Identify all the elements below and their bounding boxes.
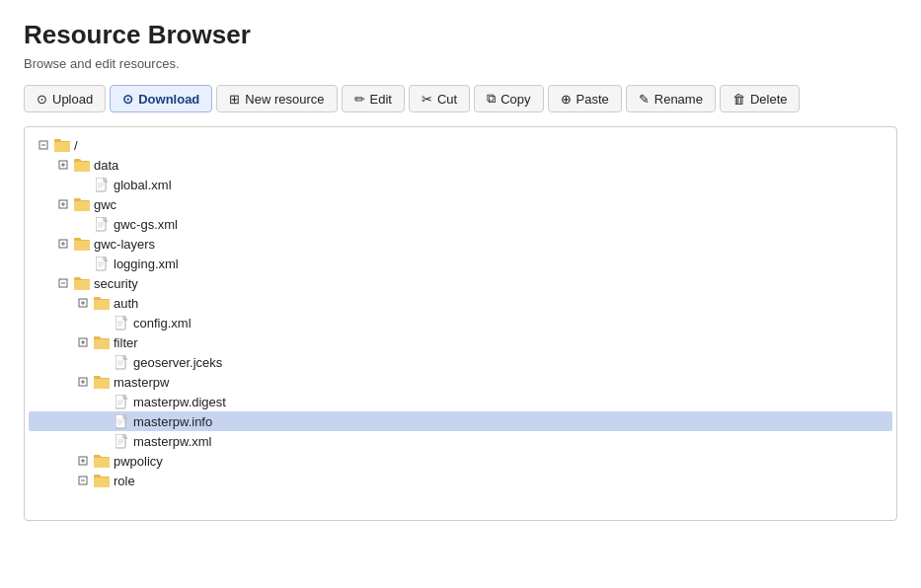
tree-item-masterpw.info[interactable]: masterpw.info — [29, 411, 892, 431]
file-icon — [114, 315, 129, 331]
tree-item-global.xml[interactable]: global.xml — [29, 175, 892, 194]
upload-button[interactable]: ⊙Upload — [24, 85, 106, 112]
folder-icon — [94, 334, 110, 350]
copy-button[interactable]: ⧉Copy — [474, 85, 543, 112]
tree-label-config.xml: config.xml — [133, 316, 192, 331]
cut-label: Cut — [437, 92, 457, 107]
download-label: Download — [138, 92, 199, 107]
tree-toggle-masterpw.xml — [96, 434, 110, 448]
tree-label-masterpw.info: masterpw.info — [133, 414, 212, 429]
folder-icon — [74, 196, 90, 212]
new-resource-label: New resource — [245, 92, 324, 107]
tree-item-gwc-layers[interactable]: gwc-layers — [29, 234, 892, 254]
tree-label-gwc-layers: gwc-layers — [94, 237, 155, 252]
tree-toggle-masterpw[interactable] — [76, 375, 90, 389]
tree-item-security[interactable]: security — [29, 273, 892, 293]
tree-item-data[interactable]: data — [29, 155, 892, 175]
tree-toggle-geoserver.jceks — [96, 355, 110, 369]
folder-icon — [94, 473, 110, 488]
tree-label-masterpw.digest: masterpw.digest — [133, 395, 226, 409]
tree-label-masterpw.xml: masterpw.xml — [133, 434, 211, 449]
tree-item-gwc[interactable]: gwc — [29, 194, 892, 214]
tree-toggle-masterpw.info — [96, 414, 110, 428]
tree-label-security: security — [94, 276, 138, 291]
file-icon — [114, 413, 129, 429]
tree-toggle-gwc[interactable] — [56, 197, 70, 211]
file-icon — [114, 354, 129, 370]
tree-label-gwc-gs.xml: gwc-gs.xml — [114, 217, 178, 232]
tree-toggle-filter[interactable] — [76, 335, 90, 349]
tree-toggle-gwc-gs.xml — [76, 217, 90, 231]
tree-item-pwpolicy[interactable]: pwpolicy — [29, 451, 892, 471]
folder-icon — [54, 137, 70, 153]
edit-label: Edit — [370, 92, 392, 107]
tree-item-auth[interactable]: auth — [29, 293, 892, 313]
rename-button[interactable]: ✎Rename — [626, 85, 716, 112]
tree-label-geoserver.jceks: geoserver.jceks — [133, 355, 222, 370]
tree-toggle-config.xml — [96, 316, 110, 330]
tree-label-logging.xml: logging.xml — [114, 257, 179, 271]
tree-item-masterpw.digest[interactable]: masterpw.digest — [29, 392, 892, 411]
tree-label-masterpw: masterpw — [114, 375, 169, 390]
tree-item-logging.xml[interactable]: logging.xml — [29, 254, 892, 273]
folder-icon — [94, 453, 110, 469]
cut-icon: ✂ — [422, 92, 432, 107]
delete-button[interactable]: 🗑Delete — [720, 85, 801, 112]
edit-button[interactable]: ✏Edit — [342, 85, 405, 112]
tree-label-root: / — [74, 138, 78, 153]
tree-toggle-root[interactable] — [37, 138, 50, 152]
upload-icon: ⊙ — [37, 92, 47, 107]
paste-label: Paste — [576, 92, 609, 107]
rename-label: Rename — [654, 92, 703, 107]
file-icon — [94, 256, 110, 271]
tree-item-masterpw.xml[interactable]: masterpw.xml — [29, 431, 892, 451]
tree-toggle-gwc-layers[interactable] — [56, 237, 70, 251]
tree-item-role[interactable]: role — [29, 471, 892, 490]
tree-toggle-pwpolicy[interactable] — [76, 454, 90, 468]
tree-item-masterpw[interactable]: masterpw — [29, 372, 892, 392]
tree-label-pwpolicy: pwpolicy — [114, 454, 163, 469]
toolbar: ⊙Upload⊙Download⊞New resource✏Edit✂Cut⧉C… — [24, 85, 897, 112]
delete-label: Delete — [750, 92, 788, 107]
download-icon: ⊙ — [122, 92, 133, 107]
folder-icon — [74, 236, 90, 252]
file-icon — [114, 394, 129, 409]
tree-toggle-global.xml — [76, 178, 90, 191]
new-resource-icon: ⊞ — [229, 92, 240, 107]
tree-item-filter[interactable]: filter — [29, 332, 892, 352]
copy-label: Copy — [500, 92, 530, 107]
tree-toggle-data[interactable] — [56, 158, 70, 172]
tree-toggle-role[interactable] — [76, 474, 90, 487]
tree-toggle-logging.xml — [76, 257, 90, 270]
delete-icon: 🗑 — [732, 92, 745, 107]
file-icon — [114, 433, 129, 449]
tree-label-filter: filter — [114, 335, 138, 350]
tree-item-gwc-gs.xml[interactable]: gwc-gs.xml — [29, 214, 892, 234]
file-icon — [94, 177, 110, 192]
tree-label-auth: auth — [114, 296, 138, 311]
tree-toggle-auth[interactable] — [76, 296, 90, 310]
tree-label-data: data — [94, 158, 118, 173]
folder-icon — [74, 157, 90, 173]
edit-icon: ✏ — [354, 92, 365, 107]
cut-button[interactable]: ✂Cut — [409, 85, 470, 112]
folder-icon — [94, 295, 110, 311]
paste-icon: ⊕ — [561, 92, 572, 107]
tree-label-gwc: gwc — [94, 197, 116, 212]
folder-icon — [94, 374, 110, 390]
tree-label-global.xml: global.xml — [114, 178, 172, 192]
paste-button[interactable]: ⊕Paste — [548, 85, 622, 112]
tree-toggle-security[interactable] — [56, 276, 70, 290]
tree-item-root[interactable]: / — [29, 135, 892, 155]
new-resource-button[interactable]: ⊞New resource — [216, 85, 337, 112]
download-button[interactable]: ⊙Download — [110, 85, 212, 112]
tree-item-config.xml[interactable]: config.xml — [29, 313, 892, 332]
file-tree: /dataglobal.xmlgwcgwc-gs.xmlgwc-layerslo… — [24, 126, 897, 521]
tree-item-geoserver.jceks[interactable]: geoserver.jceks — [29, 352, 892, 372]
page-subtitle: Browse and edit resources. — [24, 56, 897, 71]
file-icon — [94, 216, 110, 232]
rename-icon: ✎ — [639, 92, 650, 107]
tree-label-role: role — [114, 474, 135, 488]
folder-icon — [74, 275, 90, 291]
copy-icon: ⧉ — [487, 91, 496, 107]
